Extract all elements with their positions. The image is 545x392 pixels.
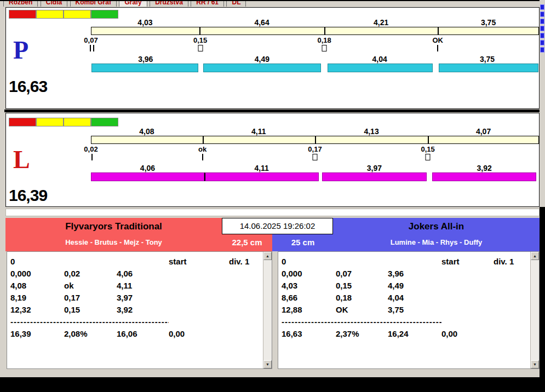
scrollbar[interactable]: ▲ ▼ — [263, 252, 272, 368]
split-top-label: 4,03 — [91, 18, 199, 27]
result-row: 12,88 OK 3,75 — [278, 303, 530, 315]
split-top-label: 3,75 — [438, 18, 539, 27]
tab-kombi-graf[interactable]: Kombi Graf — [70, 0, 117, 7]
tab-cidla[interactable]: Cidla — [41, 0, 67, 7]
window-button[interactable] — [540, 11, 544, 17]
marker-label: 0,07 — [84, 36, 97, 44]
marker-icon — [202, 154, 203, 160]
results-panel-left: 0 start div. 1 0,000 0,02 4,06 4,08 ok 4… — [7, 251, 272, 369]
split-track — [91, 136, 539, 144]
split-top-label: 4,11 — [203, 127, 315, 136]
status-light-red — [9, 10, 36, 19]
totals-row: 16,39 2,08% 16,06 0,00 — [7, 327, 263, 339]
lane-chart: 4,08 4,11 4,13 4,07 0,02 ok 0,17 0,15 — [91, 117, 539, 185]
split-bottom-label: 3,97 — [319, 164, 429, 172]
lane-panel-l: L 4,08 4,11 4,13 4,07 0,02 ok 0,17 0,15 — [5, 113, 540, 207]
segment-tick — [315, 136, 316, 143]
split-times-top: 4,08 4,11 4,13 4,07 — [91, 127, 539, 135]
dashed-separator: ----------------------------------------… — [282, 317, 441, 326]
total-percent: 2,37% — [336, 329, 388, 338]
total-penalty: 0,00 — [441, 329, 494, 338]
lane-bar — [203, 64, 322, 72]
split-top-label: 4,13 — [315, 127, 428, 136]
split-bottom-label: 4,04 — [324, 55, 435, 64]
teams-section: Flyvaryors Traditional Hessie - Brutus -… — [5, 218, 540, 370]
result-row: 8,19 0,17 3,97 — [7, 291, 263, 303]
lane-bar — [91, 64, 198, 72]
results-table: 0 start div. 1 0,000 0,07 3,96 4,03 0,15… — [278, 255, 530, 339]
result-row: 4,08 ok 4,11 — [7, 279, 263, 291]
table-header-row: 0 start div. 1 — [7, 255, 263, 267]
marker-icons — [91, 45, 539, 52]
status-light-yellow-1 — [36, 118, 64, 126]
segment-tick — [324, 27, 325, 34]
marker-labels: 0,02 ok 0,17 0,15 — [91, 145, 539, 153]
split-top-label: 4,07 — [428, 127, 539, 136]
division-label: div. 1 — [229, 257, 263, 266]
scroll-down-button[interactable]: ▼ — [263, 360, 272, 368]
window-button[interactable] — [540, 33, 544, 38]
lane-bar — [432, 172, 536, 181]
status-light-red — [9, 118, 36, 126]
col-zero: 0 — [10, 257, 64, 266]
application-window: Rozbeh Cidla Kombi Graf Grafy Druzstva R… — [0, 0, 540, 377]
split-top-label: 4,08 — [91, 127, 203, 136]
lane-chart: 4,03 4,64 4,21 3,75 0,07 0,15 0,18 OK — [91, 8, 539, 76]
lane-bars — [91, 64, 539, 72]
down-arrow-icon: ▼ — [533, 362, 537, 366]
separator-row: ----------------------------------------… — [278, 315, 530, 327]
marker-icon — [426, 154, 431, 160]
marker-label: 0,15 — [193, 36, 207, 44]
marker-labels: 0,07 0,15 0,18 OK — [91, 36, 539, 44]
jump-height: 22,5 cm — [222, 238, 272, 247]
down-arrow-icon: ▼ — [266, 362, 269, 366]
segment-tick — [199, 27, 200, 34]
split-top-label: 4,64 — [199, 18, 324, 27]
start-label: start — [441, 257, 494, 266]
dashed-separator: ----------------------------------------… — [10, 317, 169, 326]
lane-letter-l: L — [13, 147, 30, 172]
jump-height: 25 cm — [278, 238, 328, 247]
lane-bar — [322, 172, 427, 181]
marker-icon — [91, 154, 93, 160]
scroll-down-button[interactable]: ▼ — [531, 360, 539, 368]
tab-druzstva[interactable]: Druzstva — [150, 0, 188, 7]
segment-tick — [428, 136, 429, 143]
team-name: Jokers All-in — [333, 221, 540, 232]
window-button[interactable] — [540, 40, 544, 45]
scroll-up-button[interactable]: ▲ — [531, 252, 539, 260]
tab-dl[interactable]: DL — [226, 0, 246, 7]
window-button[interactable] — [540, 47, 544, 53]
split-times-bottom: 3,96 4,49 4,04 3,75 — [91, 55, 539, 63]
window-button[interactable] — [540, 4, 544, 10]
total-net: 16,24 — [388, 329, 441, 338]
result-row: 0,000 0,07 3,96 — [278, 267, 530, 279]
marker-icon — [313, 154, 318, 160]
total-penalty: 0,00 — [169, 329, 229, 338]
split-times-bottom: 4,06 4,11 3,97 3,92 — [91, 164, 539, 172]
split-top-label: 4,21 — [324, 18, 438, 27]
lane-bar — [439, 64, 538, 72]
result-row: 4,03 0,15 4,49 — [278, 279, 530, 291]
marker-label: 0,18 — [318, 36, 331, 44]
tab-grafy[interactable]: Grafy — [119, 0, 147, 7]
marker-label: OK — [432, 36, 443, 44]
window-button[interactable] — [540, 19, 544, 24]
tab-rozbeh[interactable]: Rozbeh — [3, 0, 38, 7]
split-bottom-label: 4,11 — [204, 164, 319, 172]
total-net: 16,06 — [117, 329, 169, 338]
segment-tick — [438, 27, 439, 34]
lane-panel-p: P 4,03 4,64 4,21 3,75 0,07 0,15 0,18 OK — [5, 7, 540, 109]
separator-row: ----------------------------------------… — [7, 315, 263, 327]
lane-bar — [204, 172, 319, 181]
lane-total-time: 16,63 — [9, 77, 47, 96]
marker-label: 0,17 — [308, 145, 322, 153]
scrollbar[interactable]: ▲ ▼ — [530, 252, 539, 368]
status-light-yellow-1 — [36, 10, 64, 19]
split-bottom-label: 3,96 — [91, 55, 200, 64]
window-button[interactable] — [540, 26, 544, 31]
up-arrow-icon: ▲ — [533, 254, 537, 258]
tab-rr-61[interactable]: RR / 61 — [191, 0, 224, 7]
scroll-up-button[interactable]: ▲ — [263, 252, 272, 260]
marker-icon — [198, 45, 203, 51]
